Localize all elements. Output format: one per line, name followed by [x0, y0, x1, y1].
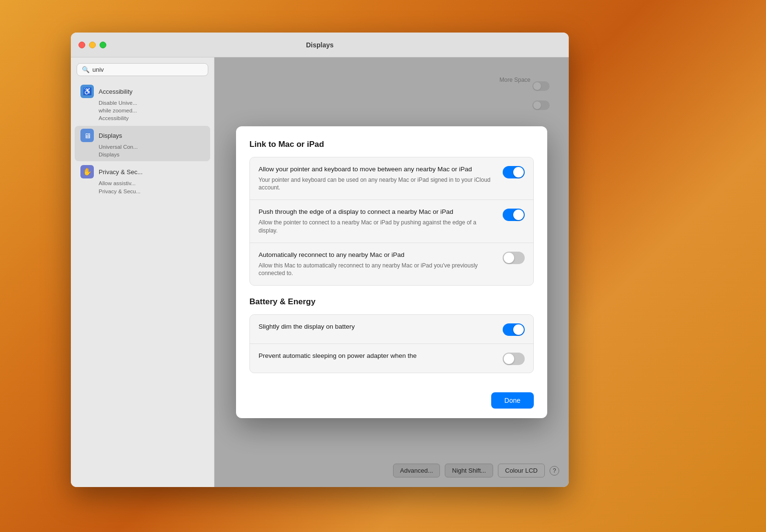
- titlebar: Displays: [71, 33, 569, 57]
- sidebar-item-accessibility-header: ♿ Accessibility: [80, 85, 204, 98]
- window-body: 🔍 univ ♿ Accessibility Disable Unive... …: [71, 57, 569, 487]
- modal-row-prevent-sleep: Prevent automatic sleeping on power adap…: [250, 344, 533, 373]
- modal-body: Link to Mac or iPad Allow your pointer a…: [236, 126, 547, 385]
- window-title: Displays: [306, 41, 334, 49]
- row-auto-reconnect-desc: Allow this Mac to automatically reconnec…: [259, 262, 495, 278]
- search-input[interactable]: univ: [92, 66, 104, 73]
- sidebar-item-privacy-header: ✋ Privacy & Sec...: [80, 165, 204, 178]
- displays-sub: Universal Con... Displays: [80, 143, 204, 158]
- minimize-button[interactable]: [89, 42, 96, 48]
- section-link-title: Link to Mac or iPad: [249, 140, 534, 149]
- sidebar-item-privacy-label: Privacy & Sec...: [99, 168, 143, 176]
- row-prevent-sleep-title: Prevent automatic sleeping on power adap…: [259, 352, 495, 361]
- row-pointer-keyboard-title: Allow your pointer and keyboard to move …: [259, 165, 495, 174]
- sidebar-item-accessibility-label: Accessibility: [99, 88, 133, 95]
- privacy-icon: ✋: [80, 165, 94, 178]
- modal-overlay: Link to Mac or iPad Allow your pointer a…: [214, 57, 569, 487]
- sidebar-item-privacy[interactable]: ✋ Privacy & Sec... Allow assistiv... Pri…: [75, 162, 210, 198]
- main-content: More Space Advanced... Night Shift... Co…: [214, 57, 569, 487]
- row-push-edge-title: Push through the edge of a display to co…: [259, 208, 495, 217]
- displays-icon: 🖥: [80, 129, 94, 142]
- done-button[interactable]: Done: [491, 392, 534, 409]
- sidebar-item-accessibility[interactable]: ♿ Accessibility Disable Unive... while z…: [75, 82, 210, 125]
- modal-row-push-edge: Push through the edge of a display to co…: [250, 200, 533, 243]
- toggle-prevent-sleep[interactable]: [503, 353, 525, 365]
- sidebar-item-displays[interactable]: 🖥 Displays Universal Con... Displays: [75, 126, 210, 161]
- row-prevent-sleep-text: Prevent automatic sleeping on power adap…: [259, 352, 495, 363]
- search-icon: 🔍: [82, 66, 90, 73]
- row-pointer-keyboard-desc: Your pointer and keyboard can be used on…: [259, 176, 495, 192]
- row-pointer-keyboard-text: Allow your pointer and keyboard to move …: [259, 165, 495, 192]
- row-auto-reconnect-text: Automatically reconnect to any nearby Ma…: [259, 251, 495, 277]
- toggle-push-edge[interactable]: [503, 209, 525, 221]
- toggle-pointer-keyboard[interactable]: [503, 166, 525, 178]
- modal-card-link: Allow your pointer and keyboard to move …: [249, 157, 534, 286]
- row-auto-reconnect-title: Automatically reconnect to any nearby Ma…: [259, 251, 495, 260]
- modal-footer: Done: [236, 385, 547, 418]
- sidebar-item-displays-header: 🖥 Displays: [80, 129, 204, 142]
- row-push-edge-desc: Allow the pointer to connect to a nearby…: [259, 219, 495, 235]
- modal-section-link: Link to Mac or iPad Allow your pointer a…: [249, 140, 534, 286]
- sidebar: 🔍 univ ♿ Accessibility Disable Unive... …: [71, 57, 214, 487]
- search-bar[interactable]: 🔍 univ: [77, 63, 208, 76]
- maximize-button[interactable]: [100, 42, 106, 48]
- toggle-auto-reconnect[interactable]: [503, 252, 525, 264]
- close-button[interactable]: [79, 42, 85, 48]
- modal-card-battery: Slightly dim the display on battery Prev…: [249, 314, 534, 373]
- sidebar-item-displays-label: Displays: [99, 132, 122, 139]
- traffic-lights: [71, 42, 106, 48]
- row-dim-display-text: Slightly dim the display on battery: [259, 322, 495, 333]
- modal-row-dim-display: Slightly dim the display on battery: [250, 315, 533, 344]
- modal-dialog: Link to Mac or iPad Allow your pointer a…: [236, 126, 547, 418]
- modal-row-pointer-keyboard: Allow your pointer and keyboard to move …: [250, 157, 533, 200]
- modal-row-auto-reconnect: Automatically reconnect to any nearby Ma…: [250, 243, 533, 285]
- row-push-edge-text: Push through the edge of a display to co…: [259, 208, 495, 234]
- section-battery-title: Battery & Energy: [249, 297, 534, 307]
- accessibility-icon: ♿: [80, 85, 94, 98]
- row-dim-display-title: Slightly dim the display on battery: [259, 322, 495, 332]
- accessibility-sub: Disable Unive... while zoomed... Accessi…: [80, 99, 204, 122]
- modal-section-battery: Battery & Energy Slightly dim the displa…: [249, 297, 534, 373]
- toggle-dim-display[interactable]: [503, 323, 525, 336]
- privacy-sub: Allow assistiv... Privacy & Secu...: [80, 179, 204, 195]
- system-preferences-window: Displays 🔍 univ ♿ Accessibility Disable …: [71, 33, 569, 487]
